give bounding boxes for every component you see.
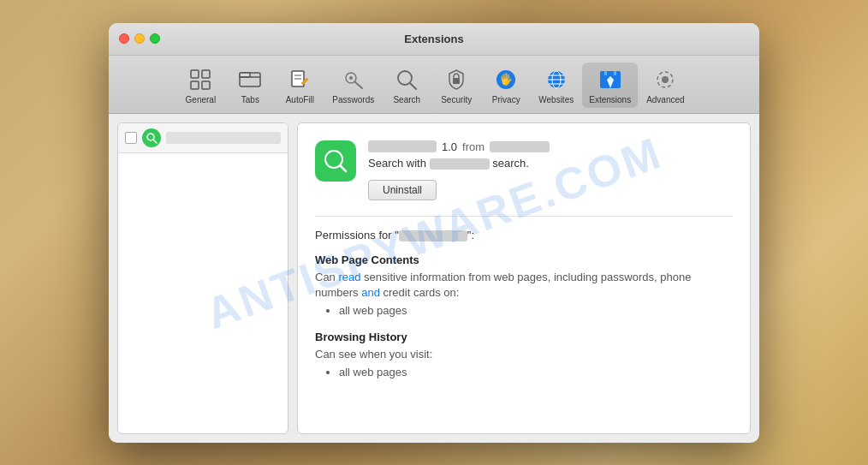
advanced-label: Advanced <box>646 95 684 104</box>
content-area: 1.0 from Search with search. Uninstall P… <box>109 114 759 443</box>
extensions-icon <box>597 66 624 93</box>
svg-rect-0 <box>191 70 199 78</box>
security-icon <box>443 66 470 93</box>
maximize-button[interactable] <box>150 33 160 44</box>
safari-extensions-window: Extensions General T <box>109 23 759 443</box>
close-button[interactable] <box>119 33 129 44</box>
websites-icon <box>543 66 570 93</box>
tabs-icon <box>236 66 264 93</box>
extensions-label: Extensions <box>589 95 631 104</box>
search-with-text: Search with <box>368 157 426 170</box>
permission-group-browsing-history: Browsing History Can see when you visit:… <box>315 331 733 379</box>
svg-line-27 <box>154 140 158 143</box>
toolbar-item-general[interactable]: General <box>176 63 224 108</box>
traffic-lights <box>119 33 160 44</box>
permissions-header-suffix: ": <box>467 229 474 241</box>
permissions-section: Permissions for "": Web Page Contents Ca… <box>315 216 733 379</box>
sidebar <box>117 122 288 434</box>
extension-version: 1.0 <box>442 140 457 153</box>
search-icon <box>393 66 420 93</box>
svg-line-29 <box>340 165 346 171</box>
extension-desc: Search with search. <box>368 157 733 170</box>
svg-point-24 <box>662 76 669 83</box>
search-label: Search <box>393 95 420 104</box>
privacy-icon: 🖐 <box>492 66 520 93</box>
toolbar-item-privacy[interactable]: 🖐 Privacy <box>482 63 530 108</box>
passwords-label: Passwords <box>332 95 374 104</box>
sidebar-extension-name <box>166 132 281 144</box>
toolbar-item-tabs[interactable]: Tabs <box>226 63 274 108</box>
perm-web-contents-title: Web Page Contents <box>315 253 733 266</box>
sidebar-header <box>118 123 288 153</box>
extension-desc-placeholder <box>430 158 490 170</box>
perm-web-item: all web pages <box>339 304 733 317</box>
permissions-header-prefix: Permissions for " <box>315 229 399 241</box>
window-title: Extensions <box>404 33 463 45</box>
passwords-icon <box>340 66 367 93</box>
privacy-label: Privacy <box>492 95 520 104</box>
toolbar-item-advanced[interactable]: Advanced <box>639 63 691 108</box>
extension-title-row: 1.0 from <box>368 140 733 153</box>
svg-text:🖐: 🖐 <box>499 72 514 86</box>
perm-browsing-desc: Can see when you visit: <box>315 347 733 362</box>
titlebar: Extensions <box>109 23 759 56</box>
permission-name-placeholder <box>399 230 467 241</box>
autofill-label: AutoFill <box>286 95 314 104</box>
toolbar-item-passwords[interactable]: Passwords <box>325 63 381 108</box>
perm-desc-before: Can <box>315 271 338 283</box>
svg-rect-1 <box>191 81 199 89</box>
uninstall-button[interactable]: Uninstall <box>368 180 437 200</box>
extension-checkbox[interactable] <box>125 132 137 144</box>
perm-browsing-item: all web pages <box>339 366 733 379</box>
toolbar-item-autofill[interactable]: AutoFill <box>276 63 324 108</box>
advanced-icon <box>651 66 679 93</box>
perm-web-contents-list: all web pages <box>315 304 733 317</box>
toolbar-item-security[interactable]: Security <box>432 63 480 108</box>
autofill-icon <box>286 66 313 93</box>
svg-rect-2 <box>202 70 210 78</box>
svg-line-14 <box>411 83 417 89</box>
perm-browsing-list: all web pages <box>315 366 733 379</box>
svg-point-13 <box>398 71 412 85</box>
extension-from-text: from <box>462 140 485 153</box>
svg-point-12 <box>349 76 353 80</box>
perm-read-link: read <box>338 271 360 283</box>
extension-search-icon <box>142 128 161 147</box>
extension-icon <box>315 140 356 182</box>
search-suffix: search. <box>492 157 529 170</box>
extension-header: 1.0 from Search with search. Uninstall <box>315 140 733 200</box>
permission-group-web-contents: Web Page Contents Can read sensitive inf… <box>315 253 733 317</box>
toolbar-item-extensions[interactable]: Extensions <box>582 63 638 108</box>
extension-name-placeholder <box>368 140 437 152</box>
toolbar: General Tabs AutoFill <box>109 56 759 114</box>
perm-desc-after: credit cards on: <box>380 286 460 299</box>
general-icon <box>187 66 214 93</box>
svg-point-26 <box>147 134 154 140</box>
perm-and-link: and <box>361 286 380 299</box>
perm-web-contents-desc: Can read sensitive information from web … <box>315 270 733 301</box>
svg-line-11 <box>354 81 362 88</box>
toolbar-item-search[interactable]: Search <box>383 63 431 108</box>
websites-label: Websites <box>538 95 574 104</box>
toolbar-item-websites[interactable]: Websites <box>532 63 580 108</box>
svg-rect-3 <box>202 81 210 89</box>
permissions-header: Permissions for "": <box>315 229 733 241</box>
svg-rect-15 <box>453 78 460 84</box>
extension-info: 1.0 from Search with search. Uninstall <box>368 140 733 200</box>
general-label: General <box>186 95 217 104</box>
security-label: Security <box>441 95 472 104</box>
perm-browsing-title: Browsing History <box>315 331 733 343</box>
minimize-button[interactable] <box>134 33 145 44</box>
main-panel: 1.0 from Search with search. Uninstall P… <box>297 122 751 434</box>
tabs-label: Tabs <box>241 95 259 104</box>
extension-from-placeholder <box>490 141 550 152</box>
